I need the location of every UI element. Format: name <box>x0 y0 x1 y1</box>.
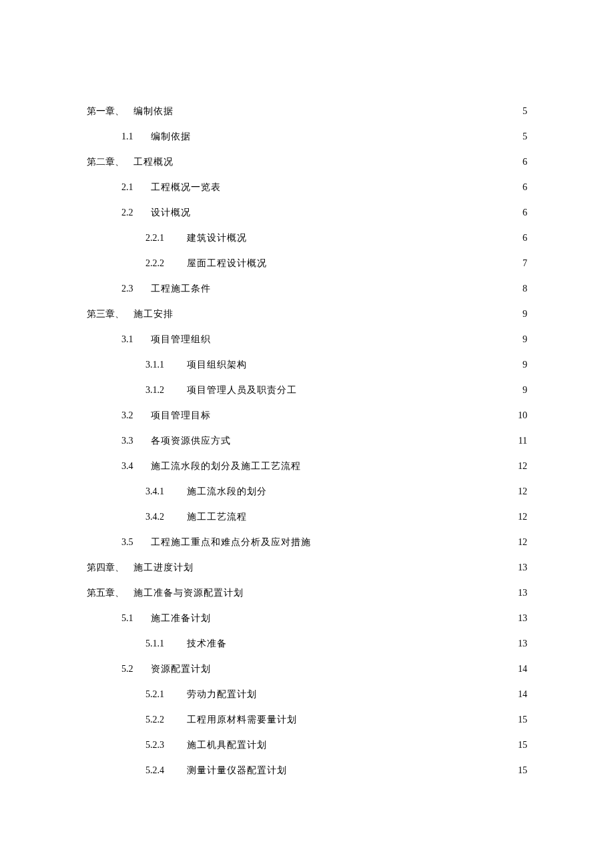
toc-entry-number: 5.2.4 <box>145 766 187 775</box>
toc-entry: 3.5工程施工重点和难点分析及应对措施12 <box>87 538 527 547</box>
toc-entry: 5.2.3施工机具配置计划15 <box>87 741 527 750</box>
toc-entry: 3.3各项资源供应方式11 <box>87 436 527 446</box>
toc-entry-title: 设计概况 <box>151 208 191 218</box>
toc-entry-title: 项目组织架构 <box>187 360 247 370</box>
toc-entry-number: 3.1 <box>121 335 151 344</box>
toc-entry: 3.2项目管理目标10 <box>87 411 527 420</box>
toc-entry-number: 第四章、 <box>87 563 133 572</box>
toc-entry-title: 施工进度计划 <box>133 563 194 572</box>
toc-entry-title: 技术准备 <box>187 639 227 648</box>
toc-entry-title: 施工流水段的划分及施工工艺流程 <box>151 462 301 471</box>
toc-entry-page: 5 <box>523 107 527 116</box>
toc-entry-title: 测量计量仪器配置计划 <box>187 766 287 775</box>
toc-entry: 3.1项目管理组织9 <box>87 335 527 344</box>
toc-entry-title: 施工工艺流程 <box>187 512 247 522</box>
toc-entry: 2.3工程施工条件8 <box>87 284 527 294</box>
toc-entry-title: 编制依据 <box>151 132 191 141</box>
toc-entry: 3.1.1项目组织架构9 <box>87 360 527 370</box>
toc-entry-page: 5 <box>523 132 527 141</box>
toc-entry: 第三章、施工安排9 <box>87 310 527 319</box>
toc-entry-page: 10 <box>518 411 527 420</box>
table-of-contents: 第一章、编制依据51.1编制依据5第二章、工程概况62.1工程概况一览表62.2… <box>87 107 527 775</box>
toc-entry-title: 工程施工重点和难点分析及应对措施 <box>151 538 311 547</box>
toc-entry-number: 3.4.2 <box>145 512 187 522</box>
toc-entry-title: 施工机具配置计划 <box>187 741 267 750</box>
toc-entry-number: 3.2 <box>121 411 151 420</box>
toc-entry: 3.1.2项目管理人员及职责分工9 <box>87 386 527 395</box>
toc-entry-number: 3.3 <box>121 436 151 446</box>
toc-entry: 5.2.1劳动力配置计划14 <box>87 690 527 699</box>
toc-entry-page: 13 <box>518 614 527 623</box>
toc-entry-title: 工程施工条件 <box>151 284 211 294</box>
toc-entry: 第二章、工程概况6 <box>87 157 527 167</box>
toc-entry-title: 编制依据 <box>133 107 174 116</box>
toc-entry: 第五章、施工准备与资源配置计划13 <box>87 588 527 598</box>
toc-entry-page: 15 <box>518 741 527 750</box>
toc-entry-title: 项目管理组织 <box>151 335 211 344</box>
toc-entry-title: 工程用原材料需要量计划 <box>187 715 297 725</box>
toc-entry: 5.1.1技术准备13 <box>87 639 527 648</box>
toc-entry-page: 13 <box>518 639 527 648</box>
toc-entry-page: 12 <box>518 538 527 547</box>
toc-entry: 第四章、施工进度计划13 <box>87 563 527 572</box>
toc-entry: 2.1工程概况一览表6 <box>87 183 527 192</box>
toc-entry: 2.2设计概况6 <box>87 208 527 218</box>
toc-entry-page: 12 <box>518 462 527 471</box>
toc-entry: 第一章、编制依据5 <box>87 107 527 116</box>
toc-entry-title: 工程概况 <box>133 157 174 167</box>
toc-entry: 5.2资源配置计划14 <box>87 665 527 674</box>
toc-entry-number: 2.2.1 <box>145 234 187 243</box>
toc-entry-page: 13 <box>518 588 527 598</box>
toc-entry: 3.4施工流水段的划分及施工工艺流程12 <box>87 462 527 471</box>
toc-entry: 2.2.1建筑设计概况6 <box>87 234 527 243</box>
toc-entry-number: 3.4.1 <box>145 487 187 496</box>
toc-entry-number: 第二章、 <box>87 157 133 167</box>
toc-entry-number: 第五章、 <box>87 588 133 598</box>
toc-entry-number: 5.2.2 <box>145 715 187 725</box>
toc-entry-title: 施工准备与资源配置计划 <box>133 588 244 598</box>
toc-entry: 5.2.4测量计量仪器配置计划15 <box>87 766 527 775</box>
toc-entry-number: 5.2.3 <box>145 741 187 750</box>
toc-entry-title: 劳动力配置计划 <box>187 690 257 699</box>
toc-entry-number: 3.1.2 <box>145 386 187 395</box>
toc-entry: 1.1编制依据5 <box>87 132 527 141</box>
toc-entry-title: 工程概况一览表 <box>151 183 221 192</box>
toc-entry-number: 2.2.2 <box>145 259 187 268</box>
toc-entry-number: 3.5 <box>121 538 151 547</box>
toc-entry-number: 第三章、 <box>87 310 133 319</box>
toc-entry-page: 12 <box>518 487 527 496</box>
toc-entry: 5.2.2工程用原材料需要量计划15 <box>87 715 527 725</box>
toc-entry-title: 各项资源供应方式 <box>151 436 231 446</box>
toc-entry-number: 5.1 <box>121 614 151 623</box>
toc-entry: 2.2.2屋面工程设计概况7 <box>87 259 527 268</box>
toc-entry-number: 3.1.1 <box>145 360 187 370</box>
toc-entry-number: 2.2 <box>121 208 151 218</box>
toc-entry-page: 9 <box>523 386 527 395</box>
toc-entry: 3.4.1施工流水段的划分12 <box>87 487 527 496</box>
toc-entry-page: 8 <box>523 284 527 294</box>
toc-entry-page: 6 <box>523 208 527 218</box>
toc-entry-number: 第一章、 <box>87 107 133 116</box>
toc-entry-number: 2.3 <box>121 284 151 294</box>
toc-entry-page: 9 <box>523 360 527 370</box>
toc-entry: 5.1施工准备计划13 <box>87 614 527 623</box>
toc-entry-title: 施工安排 <box>133 310 174 319</box>
toc-entry-title: 屋面工程设计概况 <box>187 259 267 268</box>
document-page: 第一章、编制依据51.1编制依据5第二章、工程概况62.1工程概况一览表62.2… <box>0 0 614 868</box>
toc-entry-page: 12 <box>518 512 527 522</box>
toc-entry-title: 项目管理目标 <box>151 411 211 420</box>
toc-entry-number: 2.1 <box>121 183 151 192</box>
toc-entry-page: 6 <box>523 157 527 167</box>
toc-entry-title: 施工流水段的划分 <box>187 487 267 496</box>
toc-entry-page: 15 <box>518 766 527 775</box>
toc-entry-title: 项目管理人员及职责分工 <box>187 386 297 395</box>
toc-entry-page: 14 <box>518 665 527 674</box>
toc-entry-page: 13 <box>518 563 527 572</box>
toc-entry-page: 11 <box>519 436 527 446</box>
toc-entry-page: 9 <box>523 335 527 344</box>
toc-entry-title: 施工准备计划 <box>151 614 211 623</box>
toc-entry-page: 6 <box>523 234 527 243</box>
toc-entry-page: 15 <box>518 715 527 725</box>
toc-entry-number: 5.1.1 <box>145 639 187 648</box>
toc-entry-page: 14 <box>518 690 527 699</box>
